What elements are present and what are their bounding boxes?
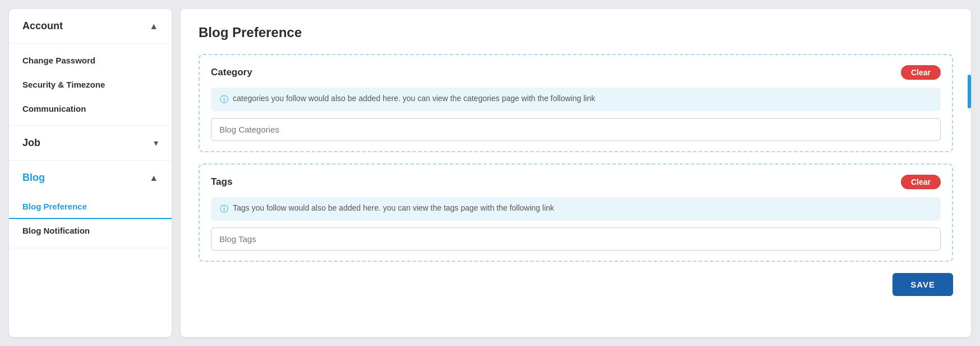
tags-clear-button[interactable]: Clear [901,175,941,189]
tags-info-box: ⓘ Tags you follow would also be added he… [211,197,941,221]
job-section-header[interactable]: Job ▾ [9,126,172,161]
category-input[interactable] [211,118,941,141]
page-title: Blog Preference [199,25,953,40]
sidebar-item-blog-preference[interactable]: Blog Preference [9,195,172,219]
tags-section-header: Tags Clear [211,175,941,189]
job-chevron-icon: ▾ [154,138,158,148]
blog-section: Blog ▲ Blog Preference Blog Notification [9,161,172,248]
category-section-title: Category [211,67,252,78]
category-section: Category Clear ⓘ categories you follow w… [199,54,953,152]
tags-input[interactable] [211,227,941,251]
account-chevron-icon: ▲ [149,21,158,31]
blog-chevron-icon: ▲ [149,173,158,183]
category-info-box: ⓘ categories you follow would also be ad… [211,88,941,111]
tags-section-title: Tags [211,176,232,188]
blog-section-header[interactable]: Blog ▲ [9,161,172,195]
info-icon-tags: ⓘ [220,204,228,215]
info-icon: ⓘ [220,94,228,105]
job-section-title: Job [22,137,40,149]
category-section-header: Category Clear [211,65,941,80]
tags-section: Tags Clear ⓘ Tags you follow would also … [199,163,953,262]
scrollbar-accent[interactable] [968,75,971,108]
sidebar-item-change-password[interactable]: Change Password [9,48,172,72]
sidebar: Account ▲ Change Password Security & Tim… [9,9,172,337]
sidebar-item-communication[interactable]: Communication [9,97,172,121]
category-clear-button[interactable]: Clear [901,65,941,80]
blog-section-title: Blog [22,172,45,184]
sidebar-item-blog-notification[interactable]: Blog Notification [9,219,172,243]
main-content: Blog Preference Category Clear ⓘ categor… [181,9,971,337]
sidebar-item-security-timezone[interactable]: Security & Timezone [9,72,172,97]
account-section-title: Account [22,20,63,32]
account-items: Change Password Security & Timezone Comm… [9,44,172,126]
blog-sub-items: Blog Preference Blog Notification [9,195,172,248]
account-section-header[interactable]: Account ▲ [9,9,172,44]
save-button[interactable]: SAVE [892,273,953,296]
save-row: SAVE [199,273,953,296]
